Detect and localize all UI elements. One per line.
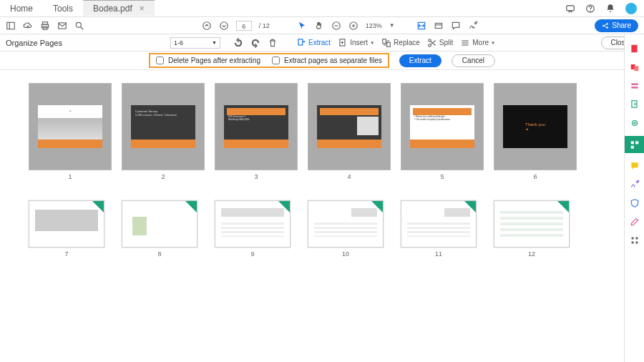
- page-number: 2: [161, 173, 165, 180]
- page-number: 9: [250, 250, 254, 258]
- delete-after-checkbox[interactable]: Delete Pages after extracting: [156, 57, 260, 64]
- combine-files-icon[interactable]: [629, 62, 640, 73]
- page-up-icon[interactable]: [202, 21, 212, 31]
- page-thumbnail[interactable]: 12: [494, 200, 570, 258]
- tab-document[interactable]: Bodea.pdf ×: [83, 0, 155, 16]
- edit-pdf-icon[interactable]: [629, 80, 640, 92]
- page-down-icon[interactable]: [219, 21, 229, 31]
- organize-pages-bar: Organize Pages 1-6 ▼ Extract Insert ▼ Re…: [0, 34, 644, 52]
- insert-label: Insert: [350, 39, 368, 47]
- help-icon[interactable]: [585, 4, 595, 14]
- page-thumbnail[interactable]: Customer Survey12,500 customers · Domest…: [122, 83, 205, 180]
- delete-after-input[interactable]: [156, 57, 164, 64]
- page-range-select[interactable]: 1-6 ▼: [170, 37, 220, 49]
- page-thumbnail[interactable]: Thank you✦6: [494, 83, 577, 180]
- svg-rect-24: [298, 39, 303, 44]
- page-number: 4: [347, 173, 351, 180]
- svg-point-44: [631, 237, 634, 240]
- comment-icon[interactable]: [451, 21, 461, 31]
- chevron-down-icon[interactable]: ▼: [389, 22, 395, 29]
- replace-tool[interactable]: Replace: [381, 38, 420, 48]
- sidebar-toggle-icon[interactable]: [6, 21, 16, 31]
- separate-files-input[interactable]: [272, 57, 280, 64]
- svg-rect-36: [631, 84, 638, 85]
- svg-point-47: [635, 241, 638, 244]
- extract-button[interactable]: Extract: [399, 54, 441, 67]
- tab-tools[interactable]: Tools: [43, 0, 83, 16]
- more-tools-icon[interactable]: [629, 235, 640, 246]
- tab-home[interactable]: Home: [0, 0, 43, 16]
- page-thumbnail[interactable]: 11: [401, 200, 477, 258]
- read-mode-icon[interactable]: [434, 21, 444, 31]
- svg-point-2: [590, 11, 591, 11]
- svg-rect-0: [567, 5, 575, 10]
- search-icon[interactable]: [74, 21, 84, 31]
- split-tool[interactable]: Split: [427, 38, 453, 48]
- insert-tool[interactable]: Insert ▼: [338, 38, 374, 48]
- svg-rect-33: [631, 45, 637, 53]
- svg-rect-3: [7, 22, 15, 29]
- zoom-in-icon[interactable]: [348, 21, 358, 31]
- extract-tool[interactable]: Extract: [296, 38, 331, 48]
- sign-icon[interactable]: [468, 21, 478, 31]
- page-number: 11: [435, 250, 442, 258]
- page-number: 7: [64, 250, 68, 258]
- delete-page-icon[interactable]: [268, 38, 278, 48]
- page-number-input[interactable]: 6: [236, 21, 252, 31]
- replace-label: Replace: [394, 39, 420, 47]
- cancel-button[interactable]: Cancel: [452, 54, 495, 67]
- close-tab-icon[interactable]: ×: [140, 4, 145, 14]
- tab-document-label: Bodea.pdf: [93, 4, 132, 14]
- organize-pages-icon[interactable]: [625, 136, 645, 153]
- create-pdf-icon[interactable]: [629, 43, 640, 54]
- page-thumbnail[interactable]: 7: [29, 200, 104, 258]
- share-label: Share: [612, 21, 631, 29]
- chevron-down-icon: ▼: [491, 41, 495, 45]
- zoom-level[interactable]: 123%: [366, 22, 382, 29]
- page-thumbnail[interactable]: 8: [122, 200, 197, 258]
- hand-icon[interactable]: [314, 21, 324, 31]
- pointer-icon[interactable]: [297, 21, 307, 31]
- chevron-down-icon: ▼: [212, 40, 217, 45]
- bell-icon[interactable]: [605, 4, 615, 14]
- delete-after-label: Delete Pages after extracting: [168, 57, 260, 64]
- gear-ring-icon[interactable]: [629, 117, 640, 129]
- mail-icon[interactable]: [57, 21, 67, 31]
- save-cloud-icon[interactable]: [23, 21, 33, 31]
- more-tool[interactable]: More ▼: [460, 38, 495, 48]
- page-number: 1: [68, 173, 72, 180]
- page-thumbnail[interactable]: 4: [308, 83, 391, 180]
- svg-rect-42: [635, 141, 638, 144]
- extract-options-highlight: Delete Pages after extracting Extract pa…: [149, 53, 389, 68]
- page-thumbnail[interactable]: 60% Generation YMid-Range $60k-$90k3: [215, 83, 298, 180]
- more-label: More: [472, 39, 489, 47]
- header-right-icons: [565, 0, 644, 16]
- page-range-value: 1-6: [174, 39, 183, 47]
- fit-width-icon[interactable]: [416, 21, 426, 31]
- page-thumbnail[interactable]: • Perfect for a millennial lifestyle• Th…: [401, 83, 484, 180]
- send-sign-icon[interactable]: [629, 216, 640, 228]
- avatar[interactable]: [625, 3, 637, 14]
- fill-sign-icon[interactable]: [629, 179, 640, 190]
- chat-icon[interactable]: [565, 4, 575, 14]
- share-button[interactable]: Share: [595, 19, 638, 32]
- protect-icon[interactable]: [629, 197, 640, 209]
- page-number: 5: [440, 173, 444, 180]
- page-thumbnail[interactable]: 10: [308, 200, 384, 258]
- comment-tool-icon[interactable]: [629, 160, 640, 172]
- page-number: 3: [254, 173, 258, 180]
- split-label: Split: [439, 39, 453, 47]
- rotate-ccw-icon[interactable]: [233, 38, 243, 48]
- print-icon[interactable]: [40, 21, 50, 31]
- rotate-cw-icon[interactable]: [250, 38, 260, 48]
- zoom-out-icon[interactable]: [331, 21, 341, 31]
- separate-files-label: Extract pages as separate files: [284, 57, 382, 64]
- page-number: 6: [533, 173, 537, 180]
- separate-files-checkbox[interactable]: Extract pages as separate files: [272, 57, 382, 64]
- page-thumbnail[interactable]: ⌾1: [29, 83, 112, 180]
- svg-point-9: [76, 22, 81, 27]
- svg-point-46: [631, 241, 634, 244]
- svg-point-40: [633, 122, 635, 124]
- page-thumbnail[interactable]: 9: [215, 200, 291, 258]
- export-pdf-icon[interactable]: [629, 99, 640, 110]
